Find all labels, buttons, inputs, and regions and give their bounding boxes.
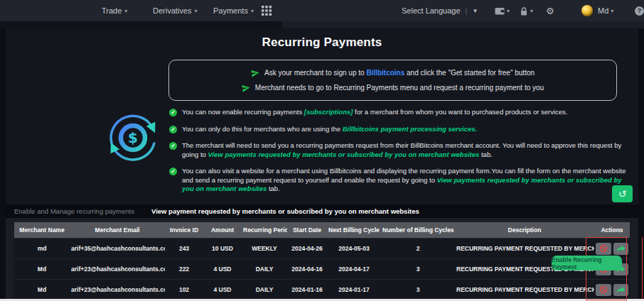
bullet-text: You can now enable recurring payments [s…: [182, 108, 567, 117]
col-header-start-date: Start Date: [287, 222, 327, 239]
cell-merchant-name: Md: [14, 280, 70, 300]
username-label: Md: [598, 6, 608, 15]
billbitcoins-link[interactable]: Billbitcoins: [366, 69, 404, 77]
col-header-invoice-id: Invoice ID: [165, 222, 203, 239]
enable-payment-button[interactable]: [613, 284, 629, 296]
bullet-item: ✓ The merchant will need to send you a r…: [169, 141, 630, 159]
col-header-amount: Amount: [203, 222, 242, 239]
tab-view-requested[interactable]: View payment requested by merchants or s…: [151, 207, 419, 215]
cell-billing-cycles: 2: [381, 239, 455, 259]
cell-amount: 4 USD: [203, 259, 242, 280]
lock-icon: [520, 6, 528, 16]
cell-billing-cycles: 3: [381, 259, 455, 280]
nav-menu-payments[interactable]: Payments ▾: [213, 0, 254, 21]
instructions-box: Ask your merchant to sign up to Billbitc…: [168, 60, 617, 101]
refresh-icon: ↺: [618, 188, 627, 199]
cell-invoice-id: 222: [165, 259, 203, 280]
enable-payment-button[interactable]: [613, 243, 629, 255]
cell-description: RECURRING PAYMENT REQUESTED BY MERCHANT: [455, 280, 594, 300]
cell-recurring-period: DAILY: [242, 259, 287, 280]
chevron-down-icon: ▾: [611, 8, 613, 14]
top-nav-bar: Trade ▾ Derivatives ▾ Payments ▾ Select …: [0, 0, 644, 21]
coin-avatar: [581, 5, 593, 16]
user-menu[interactable]: Md ▾: [581, 0, 613, 21]
cell-next-billing: 2024-04-17: [327, 259, 381, 280]
block-icon: [599, 285, 608, 294]
cell-merchant-email: arif+23@hashcashconsultants.com: [70, 259, 165, 280]
tab-enable-manage[interactable]: Enable and Manage recurring payments: [14, 207, 134, 215]
refresh-button[interactable]: ↺: [612, 185, 633, 202]
instruction-text: Ask your merchant to sign up to Billbitc…: [264, 69, 535, 77]
col-header-description: Description: [455, 222, 594, 239]
divider: |: [466, 6, 468, 15]
cell-start-date: 2024-04-16: [287, 259, 327, 280]
help-icon: ?: [635, 6, 644, 16]
forward-arrow-icon: [616, 286, 626, 294]
table-row: Md arif+23@hashcashconsultants.com 222 4…: [14, 259, 630, 280]
check-circle-icon: ✓: [169, 126, 177, 133]
bullet-text: You can also visit a website for a merch…: [182, 167, 630, 194]
paper-plane-icon: [250, 68, 260, 78]
bullet-item: ✓ You can only do this for merchants who…: [169, 125, 630, 134]
wallet-icon: [495, 6, 505, 15]
cancel-payment-button[interactable]: [596, 284, 611, 296]
chevron-down-icon: ▾: [194, 8, 197, 14]
nav-menu-payments-label: Payments: [213, 6, 248, 15]
view-payments-link[interactable]: View payments requested by merchants or …: [208, 150, 479, 158]
gear-glyph: ⚙: [546, 6, 554, 16]
check-circle-icon: ✓: [169, 168, 177, 175]
feature-bullets: ✓ You can now enable recurring payments …: [169, 108, 630, 202]
language-selector[interactable]: Select Language | ▼: [402, 0, 478, 21]
paper-plane-icon: [241, 83, 251, 93]
help-menu[interactable]: ?: [635, 0, 644, 21]
recurring-payments-panel: Recurring Payments Ask your merchant to …: [6, 28, 638, 204]
table-row: Md arif+23@hashcashconsultants.com 102 4…: [14, 280, 630, 300]
recurring-payments-table: Merchant Name Merchant Email Invoice ID …: [14, 222, 630, 300]
tab-bar: Enable and Manage recurring payments Vie…: [6, 204, 638, 218]
table-row: md arif+35@hashcashconsultants.com 243 1…: [14, 239, 630, 259]
bullet-item: ✓ You can also visit a website for a mer…: [169, 167, 630, 194]
cell-merchant-email: arif+23@hashcashconsultants.com: [70, 280, 165, 300]
enable-recurring-payment-tooltip: Enable Recurring Payment: [552, 256, 622, 270]
cell-next-billing: 2024-05-03: [327, 239, 381, 259]
security-menu[interactable]: ▾: [520, 0, 533, 21]
nav-menu-trade[interactable]: Trade ▾: [102, 0, 127, 21]
cell-recurring-period: DAILY: [242, 280, 287, 300]
bullet-text: The merchant will need to send you a rec…: [182, 141, 630, 159]
col-header-billing-cycles: Number of Billing Cycles: [381, 222, 455, 239]
cell-recurring-period: WEEKLY: [242, 239, 287, 259]
instruction-line: Merchant needs to go to Recurring Paymen…: [169, 84, 616, 92]
cell-merchant-name: md: [14, 239, 70, 259]
payments-table-section: Merchant Name Merchant Email Invoice ID …: [6, 218, 638, 299]
cancel-payment-button[interactable]: [596, 243, 611, 255]
block-icon: [599, 244, 608, 253]
col-header-next-billing: Next Billing Cycle Date: [327, 222, 381, 239]
cell-merchant-name: Md: [14, 259, 70, 280]
chevron-down-icon: ▾: [507, 8, 510, 14]
nav-menu-derivatives-label: Derivatives: [153, 6, 191, 15]
table-header-row: Merchant Name Merchant Email Invoice ID …: [14, 222, 630, 239]
sub-nav-strip-right: [282, 21, 644, 28]
language-selector-label: Select Language: [402, 6, 461, 15]
settings-gear-icon[interactable]: ⚙: [546, 0, 554, 21]
chevron-down-icon: ▾: [530, 8, 533, 14]
cell-start-date: 2024-04-26: [287, 239, 327, 259]
nav-menu-derivatives[interactable]: Derivatives ▾: [153, 0, 197, 21]
cell-actions: [594, 280, 630, 300]
bullet-item: ✓ You can now enable recurring payments …: [169, 108, 630, 117]
wallet-menu[interactable]: ▾: [495, 0, 510, 21]
table-edge-highlight-line: [642, 237, 643, 299]
col-header-merchant-email: Merchant Email: [70, 222, 165, 239]
page-title: Recurring Payments: [6, 35, 638, 50]
svg-text:$: $: [128, 129, 138, 146]
instruction-line: Ask your merchant to sign up to Billbitc…: [169, 69, 616, 77]
sub-nav-strip-left: [0, 21, 282, 28]
check-circle-icon: ✓: [169, 142, 177, 150]
col-header-recurring-period: Recurring Period: [242, 222, 287, 239]
bullet-text: You can only do this for merchants who a…: [182, 125, 477, 134]
apps-grid-icon[interactable]: [262, 6, 272, 16]
chevron-down-icon: ▾: [251, 8, 254, 14]
cell-start-date: 2024-01-16: [287, 280, 327, 300]
language-caret-icon: ▼: [472, 8, 478, 14]
forward-arrow-icon: [616, 245, 626, 253]
